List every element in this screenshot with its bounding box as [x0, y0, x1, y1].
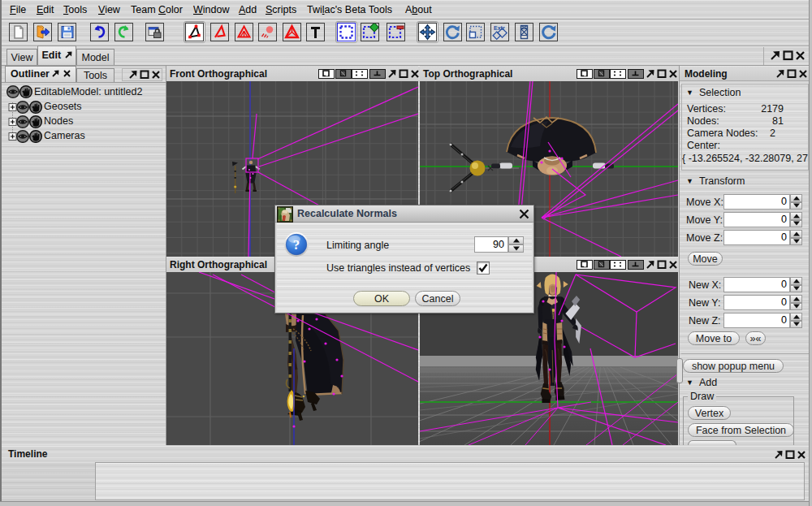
svg-text:?: ? — [293, 237, 300, 253]
